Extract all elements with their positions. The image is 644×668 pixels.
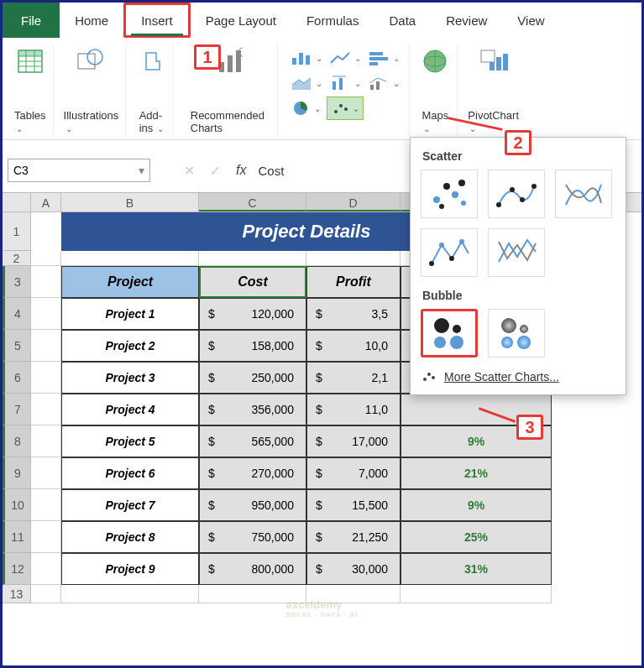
cell-project[interactable]: Project 4 (61, 394, 199, 425)
cell-project[interactable]: Project 9 (61, 553, 199, 585)
chart-stock-button[interactable]: ⌄ (327, 71, 364, 95)
cell[interactable] (31, 251, 61, 266)
cell[interactable] (306, 251, 401, 266)
ribbon-group-maps[interactable]: Maps⌄ (413, 44, 458, 136)
cell-project[interactable]: Project 5 (61, 425, 199, 457)
tab-insert[interactable]: Insert (123, 3, 191, 38)
row-header-1[interactable]: 1 (3, 212, 31, 251)
cell[interactable] (31, 330, 61, 362)
cell-profit[interactable]: $10,0 (306, 330, 401, 362)
ribbon-group-rec-charts[interactable]: Recommended Charts (177, 44, 278, 136)
cell-profit[interactable]: $30,000 (306, 553, 401, 585)
row-header-2[interactable]: 2 (3, 251, 31, 266)
chart-combo-button[interactable]: ⌄ (365, 71, 402, 95)
accept-formula-icon[interactable]: ✓ (210, 163, 221, 179)
col-header-a[interactable]: A (31, 193, 61, 211)
chart-line-button[interactable]: ⌄ (327, 46, 364, 70)
row-header-5[interactable]: 5 (3, 330, 31, 362)
tab-formulas[interactable]: Formulas (291, 3, 374, 38)
chart-bar-button[interactable]: ⌄ (365, 46, 402, 70)
row-header-12[interactable]: 12 (3, 553, 31, 585)
tab-file[interactable]: File (3, 3, 60, 38)
select-all-corner[interactable] (3, 193, 31, 211)
tab-page-layout[interactable]: Page Layout (191, 3, 291, 38)
tab-view[interactable]: View (502, 3, 559, 38)
cell[interactable] (31, 298, 61, 330)
cell-profit[interactable]: $21,250 (306, 521, 401, 553)
more-scatter-charts-link[interactable]: More Scatter Charts... (421, 369, 615, 384)
chart-column-button[interactable]: ⌄ (288, 46, 325, 70)
cell-cost[interactable]: $356,000 (199, 394, 306, 425)
row-header-9[interactable]: 9 (3, 457, 31, 489)
scatter-option-markers[interactable] (421, 170, 478, 218)
scatter-option-straight-lines[interactable] (488, 228, 545, 277)
col-header-b[interactable]: B (61, 193, 199, 211)
cell-project[interactable]: Project 1 (61, 298, 199, 330)
cell[interactable] (31, 266, 61, 298)
ribbon-group-addins[interactable]: Add- ins ⌄ (129, 44, 174, 136)
row-header-6[interactable]: 6 (3, 362, 31, 394)
cell-profit[interactable]: $2,1 (306, 362, 401, 394)
tab-data[interactable]: Data (374, 3, 431, 38)
cell[interactable] (31, 457, 61, 489)
cell-project[interactable]: Project 6 (61, 457, 199, 489)
scatter-option-straight-lines-markers[interactable] (421, 228, 478, 277)
cell-profit[interactable]: $15,500 (306, 489, 401, 521)
header-profit[interactable]: Profit (306, 266, 401, 298)
bubble-option-3d[interactable] (488, 309, 545, 357)
cell-pct[interactable]: 31% (401, 553, 552, 585)
cell[interactable] (31, 489, 61, 521)
cell-project[interactable]: Project 7 (61, 489, 199, 521)
cell[interactable] (31, 362, 61, 394)
cell-pct[interactable]: 21% (401, 457, 552, 489)
header-cost[interactable]: Cost (199, 266, 306, 298)
cell-pct[interactable]: 25% (401, 521, 552, 553)
cell[interactable] (199, 585, 306, 603)
cell[interactable] (306, 585, 401, 603)
cell-cost[interactable]: $750,000 (199, 521, 306, 553)
cell-profit[interactable]: $3,5 (306, 298, 401, 330)
cell-pct[interactable]: 9% (401, 489, 552, 521)
row-header-13[interactable]: 13 (3, 585, 31, 603)
row-header-10[interactable]: 10 (3, 489, 31, 521)
cell-cost[interactable]: $250,000 (199, 362, 306, 394)
cell-profit[interactable]: $7,000 (306, 457, 401, 489)
cell[interactable] (61, 251, 199, 266)
fx-icon[interactable]: fx (236, 163, 246, 178)
row-header-8[interactable]: 8 (3, 425, 31, 457)
cell-profit[interactable]: $11,0 (306, 394, 401, 425)
row-header-3[interactable]: 3 (3, 266, 31, 298)
cell-profit[interactable]: $17,000 (306, 425, 401, 457)
ribbon-group-tables[interactable]: Tables⌄ (8, 44, 54, 136)
row-header-4[interactable]: 4 (3, 298, 31, 330)
row-header-11[interactable]: 11 (3, 521, 31, 553)
header-project[interactable]: Project (61, 266, 199, 298)
chart-area-button[interactable]: ⌄ (288, 71, 325, 95)
cell[interactable] (31, 425, 61, 457)
cell[interactable] (61, 585, 199, 603)
cell-cost[interactable]: $158,000 (199, 330, 306, 362)
cell-cost[interactable]: $270,000 (199, 457, 306, 489)
scatter-option-smooth-lines[interactable] (555, 170, 612, 218)
tab-review[interactable]: Review (431, 3, 502, 38)
cell[interactable] (31, 212, 61, 251)
bubble-option-2d[interactable] (421, 309, 478, 357)
cell-cost[interactable]: $565,000 (199, 425, 306, 457)
cell[interactable] (31, 521, 61, 553)
scatter-option-smooth-lines-markers[interactable] (488, 170, 545, 218)
row-header-7[interactable]: 7 (3, 394, 31, 425)
chart-pie-button[interactable]: ⌄ (288, 97, 325, 120)
cell-cost[interactable]: $800,000 (199, 553, 306, 585)
ribbon-group-illustrations[interactable]: Illustrations⌄ (57, 44, 127, 136)
cancel-formula-icon[interactable]: ✕ (184, 163, 195, 179)
cell[interactable] (31, 394, 61, 425)
cell-project[interactable]: Project 2 (61, 330, 199, 362)
cell[interactable] (31, 553, 61, 585)
cell-cost[interactable]: $950,000 (199, 489, 306, 521)
col-header-d[interactable]: D (306, 193, 401, 211)
tab-home[interactable]: Home (60, 3, 123, 38)
formula-bar[interactable]: Cost (258, 164, 284, 178)
cell[interactable] (199, 251, 306, 266)
cell[interactable] (31, 585, 61, 603)
cell-project[interactable]: Project 8 (61, 521, 199, 553)
